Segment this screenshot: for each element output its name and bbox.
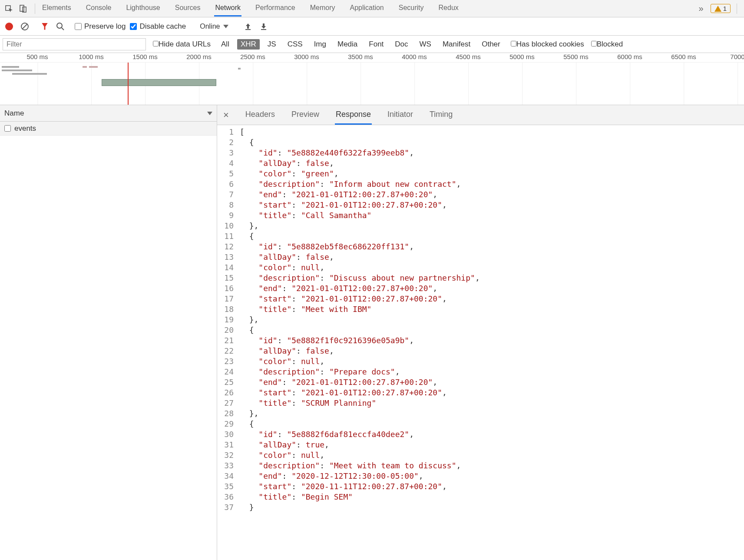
tab-elements[interactable]: Elements bbox=[41, 0, 72, 17]
request-list-header[interactable]: Name bbox=[0, 105, 217, 122]
tab-security[interactable]: Security bbox=[398, 0, 425, 17]
divider bbox=[737, 3, 737, 14]
type-chip-ws[interactable]: WS bbox=[416, 39, 435, 50]
divider bbox=[35, 3, 35, 14]
tab-application[interactable]: Application bbox=[349, 0, 384, 17]
inspect-icon[interactable] bbox=[3, 3, 15, 14]
timeline-tick: 3000 ms bbox=[294, 53, 319, 60]
svg-rect-1 bbox=[20, 5, 24, 11]
detail-tab-timing[interactable]: Timing bbox=[429, 106, 453, 125]
timeline-playhead[interactable] bbox=[128, 63, 129, 105]
detail-tab-preview[interactable]: Preview bbox=[291, 106, 320, 125]
filter-input[interactable] bbox=[3, 38, 146, 50]
warnings-badge[interactable]: 1 bbox=[711, 4, 731, 13]
timeline-tick: 4000 ms bbox=[402, 53, 427, 60]
detail-tab-headers[interactable]: Headers bbox=[245, 106, 276, 125]
response-body[interactable]: 1234567891011121314151617181920212223242… bbox=[217, 125, 744, 560]
detail-tabs: × HeadersPreviewResponseInitiatorTiming bbox=[217, 105, 744, 125]
network-controls-bar: Preserve log Disable cache Online bbox=[0, 17, 744, 36]
timeline-tick: 4500 ms bbox=[456, 53, 481, 60]
blocked-checkbox[interactable]: Blocked bbox=[591, 40, 623, 49]
warnings-count: 1 bbox=[723, 5, 727, 12]
more-tabs[interactable]: » bbox=[694, 3, 708, 13]
request-detail-pane: × HeadersPreviewResponseInitiatorTiming … bbox=[217, 105, 744, 560]
devtools-tabs-bar: ElementsConsoleLighthouseSourcesNetworkP… bbox=[0, 0, 744, 17]
network-main: Name events × HeadersPreviewResponseInit… bbox=[0, 105, 744, 560]
timeline-tick: 2500 ms bbox=[240, 53, 265, 60]
filter-icon[interactable] bbox=[39, 21, 50, 32]
tab-network[interactable]: Network bbox=[214, 0, 241, 17]
chevron-down-icon bbox=[223, 25, 228, 28]
timeline-tick: 500 ms bbox=[26, 53, 48, 60]
tab-lighthouse[interactable]: Lighthouse bbox=[125, 0, 161, 17]
network-timeline[interactable]: 500 ms1000 ms1500 ms2000 ms2500 ms3000 m… bbox=[0, 53, 744, 105]
type-chip-font[interactable]: Font bbox=[365, 39, 387, 50]
request-list: events bbox=[0, 122, 217, 560]
detail-tab-response[interactable]: Response bbox=[335, 106, 372, 125]
type-chip-xhr[interactable]: XHR bbox=[237, 39, 260, 50]
type-chip-js[interactable]: JS bbox=[264, 39, 280, 50]
tab-redux[interactable]: Redux bbox=[438, 0, 460, 17]
clear-icon[interactable] bbox=[19, 21, 30, 32]
type-chip-all[interactable]: All bbox=[218, 39, 233, 50]
tab-console[interactable]: Console bbox=[85, 0, 112, 17]
request-row[interactable]: events bbox=[0, 122, 217, 136]
chevron-down-icon bbox=[207, 112, 212, 115]
svg-point-5 bbox=[57, 23, 62, 28]
has-blocked-cookies-checkbox[interactable]: Has blocked cookies bbox=[511, 40, 584, 49]
disable-cache-checkbox[interactable]: Disable cache bbox=[130, 22, 186, 31]
top-tab-list: ElementsConsoleLighthouseSourcesNetworkP… bbox=[41, 0, 692, 17]
search-icon[interactable] bbox=[55, 21, 66, 32]
timeline-tick: 6500 ms bbox=[671, 53, 696, 60]
request-checkbox[interactable] bbox=[4, 125, 11, 132]
hide-data-urls-checkbox[interactable]: Hide data URLs bbox=[153, 40, 211, 49]
timeline-tick: 1500 ms bbox=[132, 53, 158, 60]
timeline-tick: 1000 ms bbox=[79, 53, 104, 60]
network-filter-bar: Hide data URLs AllXHRJSCSSImgMediaFontDo… bbox=[0, 36, 744, 53]
preserve-log-checkbox[interactable]: Preserve log bbox=[75, 22, 126, 31]
svg-rect-8 bbox=[261, 29, 266, 30]
type-chip-doc[interactable]: Doc bbox=[391, 39, 411, 50]
type-chip-css[interactable]: CSS bbox=[284, 39, 306, 50]
timeline-tick: 6000 ms bbox=[617, 53, 642, 60]
tab-performance[interactable]: Performance bbox=[255, 0, 296, 17]
type-filter-chips: AllXHRJSCSSImgMediaFontDocWSManifestOthe… bbox=[218, 39, 504, 50]
tab-memory[interactable]: Memory bbox=[309, 0, 336, 17]
type-chip-manifest[interactable]: Manifest bbox=[439, 39, 474, 50]
detail-tab-initiator[interactable]: Initiator bbox=[387, 106, 414, 125]
close-icon[interactable]: × bbox=[220, 109, 232, 121]
type-chip-other[interactable]: Other bbox=[478, 39, 504, 50]
timeline-tick: 7000 bbox=[730, 53, 744, 60]
upload-har-icon[interactable] bbox=[242, 21, 254, 32]
timeline-tick: 5500 ms bbox=[563, 53, 589, 60]
type-chip-media[interactable]: Media bbox=[334, 39, 361, 50]
type-chip-img[interactable]: Img bbox=[311, 39, 330, 50]
throttling-select[interactable]: Online bbox=[195, 23, 234, 30]
timeline-tick: 2000 ms bbox=[186, 53, 212, 60]
request-list-pane: Name events bbox=[0, 105, 217, 560]
svg-line-6 bbox=[62, 28, 64, 30]
request-name: events bbox=[14, 124, 36, 133]
tab-sources[interactable]: Sources bbox=[174, 0, 202, 17]
device-toolbar-icon[interactable] bbox=[17, 3, 29, 14]
svg-rect-7 bbox=[245, 29, 251, 30]
timeline-tick: 5000 ms bbox=[509, 53, 535, 60]
download-har-icon[interactable] bbox=[258, 21, 269, 32]
svg-line-4 bbox=[22, 24, 27, 29]
timeline-tick: 3500 ms bbox=[348, 53, 373, 60]
record-button[interactable] bbox=[3, 21, 15, 32]
